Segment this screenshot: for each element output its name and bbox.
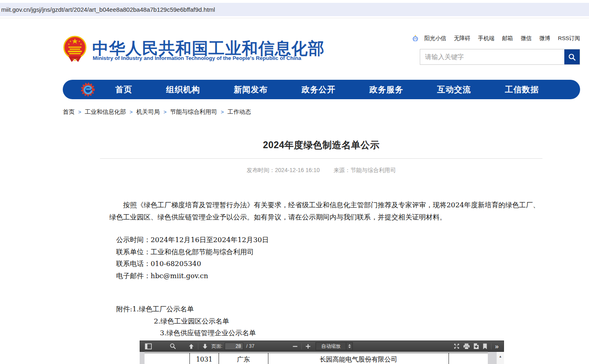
nav-item-home[interactable]: 首页 bbox=[115, 84, 132, 95]
zoom-mode-select[interactable]: 自动缩放 bbox=[316, 342, 353, 350]
pdf-content-area: 1031 广东 长园高能电气股份有限公司 ▲ bbox=[140, 352, 504, 364]
contact-phone-line: 联系电话：010-68205340 bbox=[116, 258, 541, 270]
attachment-1: 附件:1.绿色工厂公示名单 bbox=[116, 303, 541, 315]
assistant-robot-icon[interactable] bbox=[412, 35, 419, 42]
page-total: / 37 bbox=[246, 343, 254, 349]
printer-icon bbox=[463, 343, 470, 349]
nav-item-news[interactable]: 新闻发布 bbox=[234, 84, 268, 95]
pdf-next-page-button[interactable] bbox=[200, 341, 210, 351]
miit-gear-logo-icon[interactable] bbox=[81, 82, 95, 97]
quick-link-wechat[interactable]: 微信 bbox=[521, 35, 532, 42]
contact-unit-line: 联系单位：工业和信息化部节能与综合利用司 bbox=[116, 246, 541, 258]
header-quick-links: 阳光小信 无障碍 手机端 邮箱 微信 微博 RSS订阅 bbox=[412, 35, 580, 42]
breadcrumb-separator: > bbox=[164, 109, 167, 115]
contact-email-line: 电子邮件：hbc@miit.gov.cn bbox=[116, 270, 541, 282]
table-cell-number: 1031 bbox=[189, 353, 219, 364]
main-navigation: 首页 组织机构 新闻发布 政务公开 政务服务 互动交流 工信数据 bbox=[63, 80, 580, 99]
article-meta: 发布时间：2024-12-16 16:10 来源：节能与综合利用司 bbox=[100, 167, 542, 174]
site-subtitle: Ministry of Industry and Information Tec… bbox=[93, 55, 301, 61]
contact-info: 公示时间：2024年12月16日至2024年12月30日 联系单位：工业和信息化… bbox=[116, 234, 541, 282]
quick-link-sunshine[interactable]: 阳光小信 bbox=[424, 35, 446, 42]
page-number-input[interactable] bbox=[225, 343, 243, 350]
article-body: 按照《绿色工厂梯度培育及管理暂行办法》有关要求，经省级工业和信息化主管部门推荐及… bbox=[109, 199, 541, 339]
download-icon bbox=[473, 343, 479, 349]
breadcrumb-separator: > bbox=[130, 109, 133, 115]
nav-item-gov-services[interactable]: 政务服务 bbox=[369, 84, 403, 95]
arrow-up-icon bbox=[188, 343, 194, 349]
bookmark-button[interactable] bbox=[481, 341, 489, 351]
attachment-3: 3.绿色供应链管理企业公示名单 bbox=[160, 327, 541, 339]
title-divider bbox=[100, 158, 542, 159]
more-tools-button[interactable]: » bbox=[493, 341, 500, 351]
page-title: 2024年度绿色制造名单公示 bbox=[100, 139, 542, 151]
pdf-sidebar-toggle-button[interactable] bbox=[143, 341, 153, 351]
quick-link-accessibility[interactable]: 无障碍 bbox=[454, 35, 470, 42]
breadcrumb-energy-dept[interactable]: 节能与综合利用司 bbox=[170, 108, 217, 116]
search-button[interactable] bbox=[564, 49, 580, 64]
nav-item-interaction[interactable]: 互动交流 bbox=[437, 84, 471, 95]
breadcrumb-departments[interactable]: 机关司局 bbox=[136, 108, 160, 116]
pdf-viewer: 页面: / 37 自动缩放 bbox=[140, 341, 504, 364]
plus-icon bbox=[306, 344, 311, 349]
search-icon bbox=[568, 53, 576, 61]
pdf-find-button[interactable] bbox=[168, 341, 178, 351]
quick-link-weibo[interactable]: 微博 bbox=[539, 35, 550, 42]
quick-link-rss[interactable]: RSS订阅 bbox=[558, 35, 580, 42]
print-button[interactable] bbox=[461, 341, 472, 351]
nav-item-organization[interactable]: 组织机构 bbox=[166, 84, 200, 95]
address-bar-divider bbox=[0, 18, 589, 18]
presentation-mode-button[interactable] bbox=[452, 341, 461, 351]
quick-link-mail[interactable]: 邮箱 bbox=[502, 35, 513, 42]
breadcrumb-home[interactable]: 首页 bbox=[63, 108, 74, 116]
bookmark-icon bbox=[483, 343, 487, 349]
fullscreen-icon bbox=[453, 343, 460, 349]
zoom-in-button[interactable] bbox=[304, 341, 313, 351]
find-icon bbox=[170, 343, 176, 349]
publish-time: 发布时间：2024-12-16 16:10 bbox=[247, 167, 320, 173]
breadcrumb-work-updates[interactable]: 工作动态 bbox=[228, 108, 251, 116]
pdf-table-row: 1031 广东 长园高能电气股份有限公司 bbox=[145, 353, 488, 364]
search-box bbox=[420, 49, 580, 65]
breadcrumb-separator: > bbox=[221, 109, 224, 115]
article-source: 来源：节能与综合利用司 bbox=[334, 167, 396, 173]
breadcrumb-miit[interactable]: 工业和信息化部 bbox=[85, 108, 126, 116]
attachment-2: 2.绿色工业园区公示名单 bbox=[154, 315, 541, 328]
arrow-down-icon bbox=[202, 343, 208, 349]
download-button[interactable] bbox=[472, 341, 481, 351]
publicity-period-line: 公示时间：2024年12月16日至2024年12月30日 bbox=[116, 234, 541, 246]
double-chevron-icon: » bbox=[495, 343, 499, 350]
zoom-out-button[interactable] bbox=[291, 341, 300, 351]
pdf-scrollbar[interactable]: ▲ bbox=[496, 352, 504, 364]
select-caret-icon bbox=[346, 343, 353, 350]
search-input[interactable] bbox=[420, 49, 564, 64]
pdf-toolbar-right: » bbox=[452, 341, 500, 351]
table-cell-empty-left bbox=[145, 353, 189, 364]
minus-icon bbox=[293, 344, 298, 349]
national-emblem-logo bbox=[63, 35, 87, 63]
zoom-mode-value: 自动缩放 bbox=[316, 343, 346, 350]
pdf-zoom-controls: 自动缩放 bbox=[291, 341, 353, 351]
page-label: 页面: bbox=[211, 343, 222, 350]
browser-window: miit.gov.cn/jgsj/jns/gzdt/art/2024/art_b… bbox=[0, 0, 589, 364]
sidebar-toggle-icon bbox=[145, 343, 152, 349]
address-bar[interactable]: miit.gov.cn/jgsj/jns/gzdt/art/2024/art_b… bbox=[0, 3, 589, 16]
table-cell-empty-right bbox=[449, 353, 488, 364]
table-cell-company: 长园高能电气股份有限公司 bbox=[268, 353, 449, 364]
breadcrumb: 首页 > 工业和信息化部 > 机关司局 > 节能与综合利用司 > 工作动态 bbox=[63, 108, 251, 116]
article-paragraph: 按照《绿色工厂梯度培育及管理暂行办法》有关要求，经省级工业和信息化主管部门推荐及… bbox=[109, 199, 541, 223]
pdf-previous-page-button[interactable] bbox=[187, 341, 196, 351]
breadcrumb-separator: > bbox=[78, 109, 81, 115]
table-cell-province: 广东 bbox=[219, 353, 268, 364]
scroll-up-icon[interactable]: ▲ bbox=[499, 355, 502, 358]
pdf-page: 1031 广东 长园高能电气股份有限公司 bbox=[145, 352, 488, 364]
nav-item-gov-disclosure[interactable]: 政务公开 bbox=[302, 84, 336, 95]
nav-item-list: 首页 组织机构 新闻发布 政务公开 政务服务 互动交流 工信数据 bbox=[98, 84, 556, 95]
pdf-toolbar: 页面: / 37 自动缩放 bbox=[140, 341, 504, 352]
nav-item-data[interactable]: 工信数据 bbox=[505, 84, 539, 95]
quick-link-mobile[interactable]: 手机端 bbox=[478, 35, 495, 42]
attachment-list: 附件:1.绿色工厂公示名单 2.绿色工业园区公示名单 3.绿色供应链管理企业公示… bbox=[109, 303, 541, 339]
